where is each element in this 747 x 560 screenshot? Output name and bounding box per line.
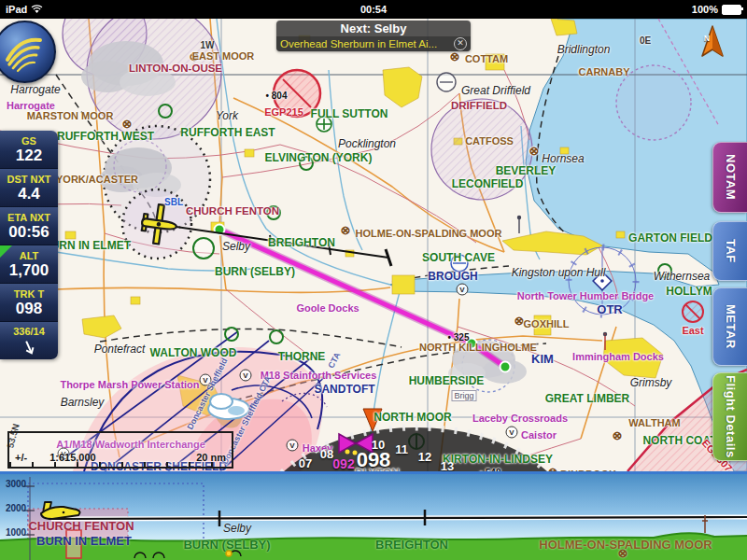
instrument-value: 4.4	[18, 186, 40, 203]
battery-icon	[722, 5, 741, 15]
profile-route-line	[51, 510, 747, 526]
flight-instrument-panel: GS122DST NXT4.4ETA NXT00:56ALT1,700TRK T…	[0, 131, 58, 359]
instrument-label: 336/14	[13, 326, 45, 338]
instrument-value: 00:56	[8, 224, 49, 241]
clock: 00:54	[0, 4, 747, 15]
instrument-336-14[interactable]: 336/14	[0, 322, 58, 359]
wing-logo-icon	[0, 22, 50, 77]
instrument-label: TRK T	[14, 288, 44, 301]
wifi-icon	[31, 5, 43, 14]
skydemon-app: iPad 00:54 100%	[0, 0, 747, 560]
device-label: iPad	[6, 4, 27, 15]
instrument-value: 1,700	[9, 262, 49, 279]
wind-direction-arrow	[20, 339, 38, 357]
track-vector	[157, 224, 391, 266]
profile-aircraft-icon	[41, 502, 80, 519]
instrument-label: DST NXT	[7, 174, 50, 186]
instrument-eta-nxt[interactable]: ETA NXT00:56	[0, 207, 58, 245]
instrument-label: ETA NXT	[7, 212, 50, 224]
scale-distance: 20 nm	[196, 452, 226, 463]
navigation-notification[interactable]: Next: Selby Overhead Sherburn in Elmet A…	[276, 21, 471, 51]
close-icon[interactable]: ✕	[454, 37, 467, 50]
instrument-alt[interactable]: ALT1,700	[0, 245, 58, 284]
map-canvas[interactable]: 1W0EBridlingtonCARNABY⊗EAST MOORLINTON-O…	[0, 19, 747, 471]
tab-flight-details[interactable]: Flight Details	[712, 372, 747, 461]
instrument-value: 098	[16, 301, 42, 317]
instrument-label: GS	[21, 135, 36, 147]
tab-metar[interactable]: METAR	[712, 287, 747, 366]
instrument-trk-t[interactable]: TRK T098	[0, 284, 58, 322]
notification-message: Overhead Sherburn in Elmet Ai...	[280, 38, 450, 49]
vertical-profile-panel[interactable]	[0, 471, 747, 560]
altitude-alert-icon	[0, 245, 12, 258]
next-waypoint-text: Next: Selby	[276, 21, 471, 36]
battery-percent: 100%	[692, 4, 718, 15]
profile-graphics	[0, 474, 747, 560]
scale-ratio: 1:615,000	[49, 452, 96, 463]
status-bar: iPad 00:54 100%	[0, 0, 747, 19]
instrument-value: 122	[16, 147, 42, 164]
north-arrow-label: N	[704, 34, 711, 43]
zoom-buttons[interactable]: +/-	[15, 452, 27, 463]
map-graphics	[0, 19, 747, 471]
instrument-dst-nxt[interactable]: DST NXT4.4	[0, 169, 58, 207]
menu-logo-button[interactable]	[0, 21, 56, 83]
tab-notam[interactable]: NOTAM	[712, 142, 747, 213]
instrument-gs[interactable]: GS122	[0, 131, 58, 169]
map-scale-control: +/- 1:615,000 20 nm	[7, 431, 233, 469]
instrument-label: ALT	[20, 250, 39, 262]
tab-taf[interactable]: TAF	[712, 221, 747, 281]
